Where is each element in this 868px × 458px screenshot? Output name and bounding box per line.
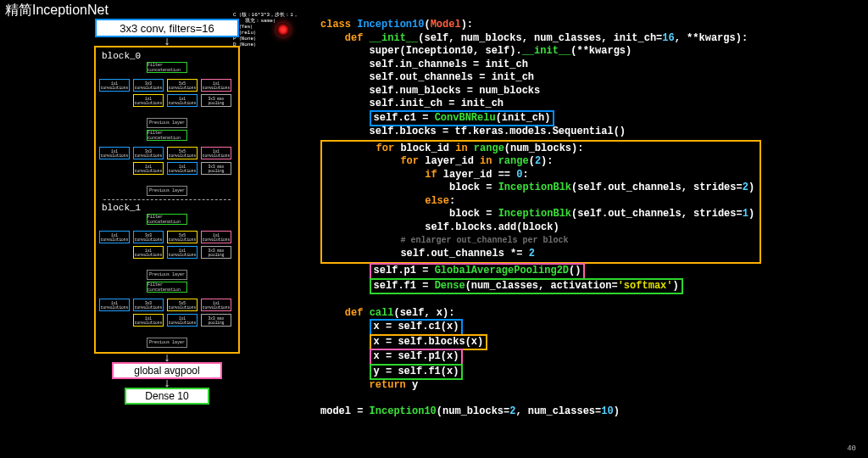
- slide-title: 精简InceptionNet: [5, 2, 108, 20]
- page-number: 40: [847, 444, 856, 453]
- dense-highlight: self.f1 = Dense(num_classes, activation=…: [370, 278, 683, 295]
- for-loop-highlight: for block_id in range(num_blocks): for l…: [320, 140, 761, 265]
- architecture-diagram: 3x3 conv, filters=16 ↓ block_0 Filter co…: [92, 19, 242, 456]
- block0-label: block_0: [102, 51, 141, 61]
- prev-layer: Previous layer: [147, 118, 187, 128]
- arrow-icon: ↓: [164, 38, 170, 45]
- call-f1-highlight: y = self.f1(x): [370, 364, 464, 381]
- inception-block: Filter concatenation 1x1 convolutions 3x…: [99, 62, 235, 128]
- dense-box: Dense 10: [125, 388, 209, 405]
- arrow-icon: ↓: [164, 380, 170, 387]
- separator: [103, 199, 231, 200]
- filter-concat: Filter concatenation: [147, 62, 187, 73]
- inception-block: Filter concatenation 1x1 convolutions 3x…: [99, 282, 235, 348]
- inception-blocks-container: block_0 Filter concatenation 1x1 convolu…: [94, 46, 240, 354]
- inception-block: Filter concatenation 1x1 convolutions 3x…: [99, 214, 235, 280]
- inception-block: Filter concatenation 1x1 convolutions 3x…: [99, 130, 235, 196]
- block1-label: block_1: [102, 203, 141, 213]
- convbnrelu-highlight: self.c1 = ConvBNRelu(init_ch): [370, 110, 555, 127]
- code-block: class Inception10(Model): def __init__(s…: [320, 19, 863, 419]
- pointer-dot: [276, 23, 290, 36]
- arrow-icon: ↓: [164, 355, 170, 361]
